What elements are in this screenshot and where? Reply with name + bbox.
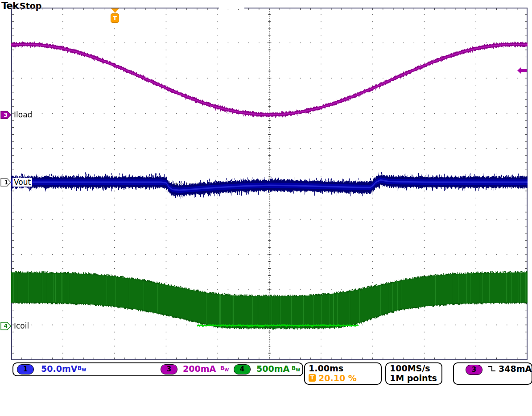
trigger-t-icon-small: T	[309, 374, 316, 382]
iload-label: Iload	[14, 110, 32, 119]
ch1-reference-marker: 1	[0, 178, 12, 187]
sample-rate-readout: 100MS/s	[390, 363, 430, 373]
icoil-label: Icoil	[14, 321, 29, 330]
trigger-position-marker: T	[111, 8, 120, 23]
ch3-bandwidth-limit-icon: BW	[220, 365, 229, 372]
waveform-display	[11, 8, 528, 360]
trigger-position-readout: 20.10 %	[318, 373, 357, 383]
channel-readouts: 1 50.0mV BW 3 200mA BW 4 500mA BW	[12, 362, 303, 376]
ch4-scale-readout: 500mA	[256, 364, 289, 374]
horizontal-readout: 1.00ms T 20.10 %	[304, 362, 382, 385]
acquisition-readout: 100MS/s 1M points	[385, 362, 442, 385]
ch1-scale-readout: 50.0mV	[41, 364, 77, 374]
ch3-badge: 3	[161, 364, 177, 374]
trigger-t-icon: T	[111, 13, 119, 23]
vout-label: Vout	[12, 178, 32, 187]
ch4-bandwidth-limit-icon: BW	[292, 365, 300, 372]
trigger-level-arrow-icon	[517, 67, 528, 75]
trigger-readout: 3 348mA	[453, 362, 532, 385]
ch3-scale-readout: 200mA	[183, 364, 216, 374]
falling-edge-icon	[488, 365, 496, 373]
ch1-badge: 1	[17, 364, 34, 374]
ch1-bandwidth-limit-icon: BW	[78, 365, 86, 372]
svg-text:3: 3	[4, 112, 8, 118]
svg-text:4: 4	[4, 323, 8, 329]
trigger-level-readout: 348mA	[499, 364, 532, 374]
record-length-readout: 1M points	[390, 373, 437, 383]
ch3-reference-marker: 3	[0, 111, 12, 119]
trigger-source-badge: 3	[466, 365, 483, 375]
ch4-reference-marker: 4	[0, 322, 12, 330]
trigger-arrow-icon	[111, 8, 119, 13]
ch4-badge: 4	[234, 364, 251, 374]
svg-text:1: 1	[4, 179, 8, 186]
timebase-readout: 1.00ms	[309, 363, 343, 373]
